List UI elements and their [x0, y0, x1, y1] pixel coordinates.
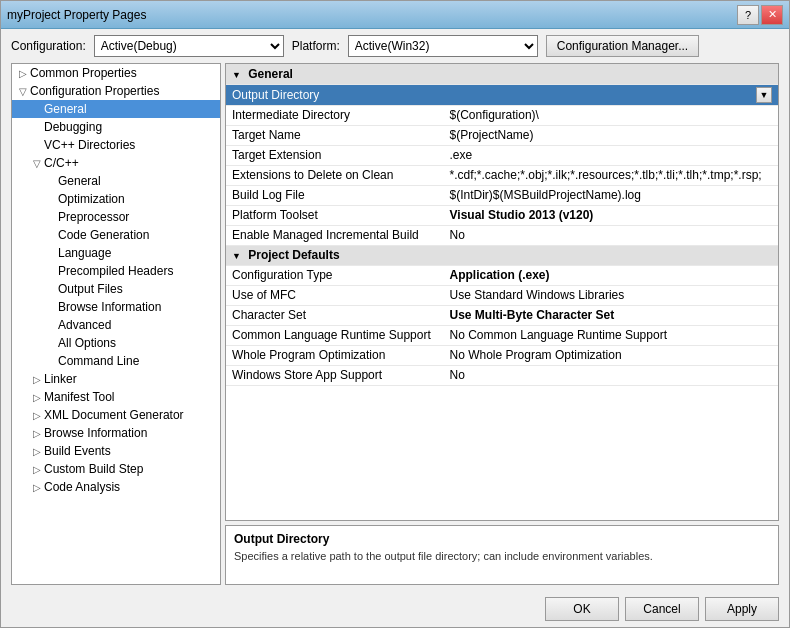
close-button[interactable]: ✕ — [761, 5, 783, 25]
tree-label-output-files: Output Files — [58, 282, 123, 296]
tree-item-common-props[interactable]: ▷ Common Properties — [12, 64, 220, 82]
config-manager-button[interactable]: Configuration Manager... — [546, 35, 699, 57]
tree-label-manifest-tool: Manifest Tool — [44, 390, 114, 404]
prop-value-config-type: Application (.exe) — [444, 265, 778, 285]
tree-item-language[interactable]: Language — [12, 244, 220, 262]
section-general-header: ▼ General — [226, 64, 778, 84]
prop-row-build-log[interactable]: Build Log File $(IntDir)$(MSBuildProject… — [226, 185, 778, 205]
tree-item-build-events[interactable]: ▷ Build Events — [12, 442, 220, 460]
prop-value-build-log: $(IntDir)$(MSBuildProjectName).log — [444, 185, 778, 205]
main-area: ▷ Common Properties ▽ Configuration Prop… — [1, 63, 789, 591]
expand-icon-manifest: ▷ — [30, 392, 44, 403]
tree-item-browse-info[interactable]: ▷ Browse Information — [12, 424, 220, 442]
tree-item-advanced[interactable]: Advanced — [12, 316, 220, 334]
prop-row-clr[interactable]: Common Language Runtime Support No Commo… — [226, 325, 778, 345]
cancel-button[interactable]: Cancel — [625, 597, 699, 621]
dialog-title: myProject Property Pages — [7, 8, 146, 22]
tree-label-language: Language — [58, 246, 111, 260]
prop-value-target-name: $(ProjectName) — [444, 125, 778, 145]
tree-item-manifest-tool[interactable]: ▷ Manifest Tool — [12, 388, 220, 406]
section-general-title: General — [248, 67, 293, 81]
prop-name-mfc: Use of MFC — [226, 285, 444, 305]
tree-item-precompiled-headers[interactable]: Precompiled Headers — [12, 262, 220, 280]
prop-row-config-type[interactable]: Configuration Type Application (.exe) — [226, 265, 778, 285]
tree-label-cpp-general: General — [58, 174, 101, 188]
prop-row-target-name[interactable]: Target Name $(ProjectName) — [226, 125, 778, 145]
tree-item-optimization[interactable]: Optimization — [12, 190, 220, 208]
prop-row-charset[interactable]: Character Set Use Multi-Byte Character S… — [226, 305, 778, 325]
right-panel: ▼ General Output Directory ▼ — [225, 63, 779, 585]
platform-label: Platform: — [292, 39, 340, 53]
prop-name-charset: Character Set — [226, 305, 444, 325]
tree-label-precompiled-headers: Precompiled Headers — [58, 264, 173, 278]
prop-value-toolset: Visual Studio 2013 (v120) — [444, 205, 778, 225]
toolbar: Configuration: Active(Debug) Platform: A… — [1, 29, 789, 63]
prop-value-mfc: Use Standard Windows Libraries — [444, 285, 778, 305]
tree-label-advanced: Advanced — [58, 318, 111, 332]
tree-label-browse-info: Browse Information — [44, 426, 147, 440]
tree-label-code-analysis: Code Analysis — [44, 480, 120, 494]
prop-row-extensions[interactable]: Extensions to Delete on Clean *.cdf;*.ca… — [226, 165, 778, 185]
prop-row-managed-build[interactable]: Enable Managed Incremental Build No — [226, 225, 778, 245]
tree-item-cpp-general[interactable]: General — [12, 172, 220, 190]
config-label: Configuration: — [11, 39, 86, 53]
tree-item-debugging[interactable]: Debugging — [12, 118, 220, 136]
expand-icon-browse: ▷ — [30, 428, 44, 439]
props-table: ▼ General Output Directory ▼ — [226, 64, 778, 386]
apply-button[interactable]: Apply — [705, 597, 779, 621]
ok-button[interactable]: OK — [545, 597, 619, 621]
tree-item-command-line[interactable]: Command Line — [12, 352, 220, 370]
properties-table: ▼ General Output Directory ▼ — [225, 63, 779, 521]
prop-value-output-dir[interactable]: ▼ — [444, 84, 778, 105]
prop-name-wpo: Whole Program Optimization — [226, 345, 444, 365]
prop-name-target-ext: Target Extension — [226, 145, 444, 165]
tree-item-all-options[interactable]: All Options — [12, 334, 220, 352]
tree-item-general[interactable]: General — [12, 100, 220, 118]
expand-icon-cpp: ▽ — [30, 158, 44, 169]
tree-item-custom-build[interactable]: ▷ Custom Build Step — [12, 460, 220, 478]
prop-row-toolset[interactable]: Platform Toolset Visual Studio 2013 (v12… — [226, 205, 778, 225]
prop-value-intermediate-dir: $(Configuration)\ — [444, 105, 778, 125]
prop-name-intermediate-dir: Intermediate Directory — [226, 105, 444, 125]
tree-label-command-line: Command Line — [58, 354, 139, 368]
dialog-window: myProject Property Pages ? ✕ Configurati… — [0, 0, 790, 628]
tree-panel: ▷ Common Properties ▽ Configuration Prop… — [11, 63, 221, 585]
platform-select[interactable]: Active(Win32) — [348, 35, 538, 57]
prop-row-output-dir[interactable]: Output Directory ▼ — [226, 84, 778, 105]
tree-item-vc-dirs[interactable]: VC++ Directories — [12, 136, 220, 154]
prop-value-charset: Use Multi-Byte Character Set — [444, 305, 778, 325]
expand-icon-build-events: ▷ — [30, 446, 44, 457]
tree-item-code-generation[interactable]: Code Generation — [12, 226, 220, 244]
tree-label-general: General — [44, 102, 87, 116]
configuration-select[interactable]: Active(Debug) — [94, 35, 284, 57]
tree-item-output-files[interactable]: Output Files — [12, 280, 220, 298]
prop-row-store-app[interactable]: Windows Store App Support No — [226, 365, 778, 385]
output-dir-input[interactable] — [450, 88, 756, 102]
title-bar: myProject Property Pages ? ✕ — [1, 1, 789, 29]
expand-icon-xml: ▷ — [30, 410, 44, 421]
info-panel: Output Directory Specifies a relative pa… — [225, 525, 779, 585]
tree-item-linker[interactable]: ▷ Linker — [12, 370, 220, 388]
prop-row-target-ext[interactable]: Target Extension .exe — [226, 145, 778, 165]
tree-item-xml-doc[interactable]: ▷ XML Document Generator — [12, 406, 220, 424]
tree-item-preprocessor[interactable]: Preprocessor — [12, 208, 220, 226]
tree-label-code-generation: Code Generation — [58, 228, 149, 242]
tree-item-browse-information-cpp[interactable]: Browse Information — [12, 298, 220, 316]
tree-label-config-props: Configuration Properties — [30, 84, 159, 98]
tree-item-cpp[interactable]: ▽ C/C++ — [12, 154, 220, 172]
info-title: Output Directory — [234, 532, 770, 546]
expand-icon-config: ▽ — [16, 86, 30, 97]
prop-row-wpo[interactable]: Whole Program Optimization No Whole Prog… — [226, 345, 778, 365]
prop-row-intermediate-dir[interactable]: Intermediate Directory $(Configuration)\ — [226, 105, 778, 125]
tree-label-linker: Linker — [44, 372, 77, 386]
tree-item-config-props[interactable]: ▽ Configuration Properties — [12, 82, 220, 100]
tree-label-all-options: All Options — [58, 336, 116, 350]
prop-row-mfc[interactable]: Use of MFC Use Standard Windows Librarie… — [226, 285, 778, 305]
tree-item-code-analysis[interactable]: ▷ Code Analysis — [12, 478, 220, 496]
prop-name-toolset: Platform Toolset — [226, 205, 444, 225]
expand-icon-common: ▷ — [16, 68, 30, 79]
help-button[interactable]: ? — [737, 5, 759, 25]
prop-value-extensions: *.cdf;*.cache;*.obj;*.ilk;*.resources;*.… — [444, 165, 778, 185]
tree-label-vc-dirs: VC++ Directories — [44, 138, 135, 152]
output-dir-dropdown[interactable]: ▼ — [756, 87, 772, 103]
